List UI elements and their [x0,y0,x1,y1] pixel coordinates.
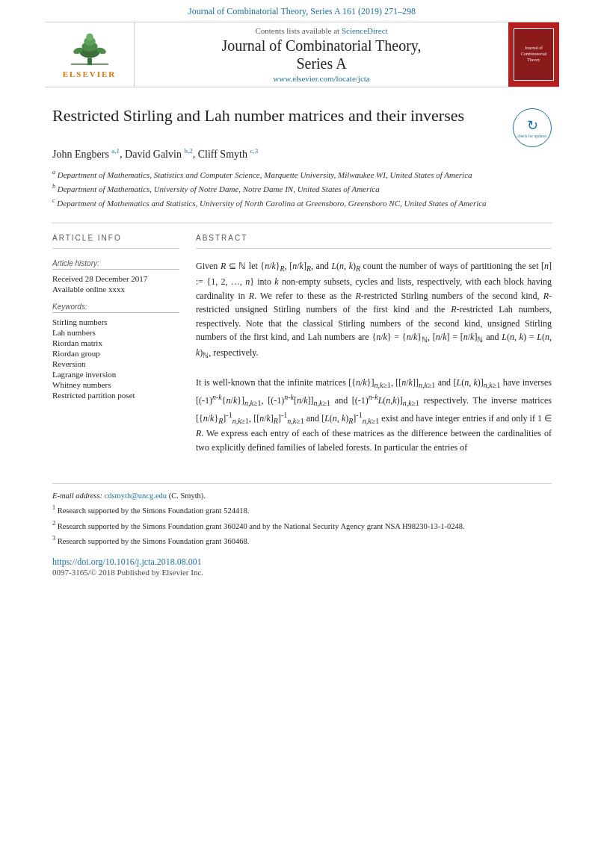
svg-point-4 [86,34,93,41]
article-info-divider [52,248,179,249]
keyword-7: Whitney numbers [52,380,179,389]
footnote-3: 3 Research supported by the Simons Found… [52,534,552,547]
abstract-heading: ABSTRACT [196,234,552,242]
elsevier-logo-area: ELSEVIER [45,22,135,87]
footnote-2-sup: 2 [52,520,55,527]
elsevier-logo: ELSEVIER [63,31,117,78]
check-updates-icon: ↻ [527,117,538,134]
keyword-8: Restricted partition poset [52,391,179,400]
keyword-2: Lah numbers [52,328,179,337]
history-label: Article history: [52,259,179,270]
sciencedirect-link[interactable]: ScienceDirect [342,26,388,35]
footnote-email: E-mail address: cdsmyth@uncg.edu (C. Smy… [52,490,552,502]
footnotes-section: E-mail address: cdsmyth@uncg.edu (C. Smy… [52,483,552,548]
title-row: Restricted Stirling and Lah number matri… [52,105,552,147]
affil-a-sup: a [52,169,55,176]
affil-c-sup: c [52,197,55,204]
keyword-4: Riordan group [52,349,179,358]
journal-title: Journal of Combinatorial Theory, Series … [221,37,421,72]
footnote-1-sup: 1 [52,504,55,511]
footnote-2-text: Research supported by the Simons Foundat… [58,521,465,530]
abstract-divider [196,248,552,249]
footnote-3-text: Research supported by the Simons Foundat… [58,536,250,545]
affiliation-b: b Department of Mathematics, University … [52,182,552,195]
affiliations-block: a Department of Mathematics, Statistics … [52,168,552,209]
received-date: Received 28 December 2017 [52,274,179,283]
journal-cover-thumbnail-area: Journal ofCombinatorialTheory [508,22,559,87]
footnote-2: 2 Research supported by the Simons Found… [52,519,552,532]
keyword-6: Lagrange inversion [52,370,179,379]
abstract-paragraph-1: Given R ⊆ ℕ let {n/k}R, [n/k]R, and L(n,… [196,259,552,362]
content-divider [52,223,552,223]
footnote-1-text: Research supported by the Simons Foundat… [58,506,250,515]
affil-a-text: Department of Mathematics, Statistics an… [58,170,472,179]
doi-link[interactable]: https://doi.org/10.1016/j.jcta.2018.08.0… [52,557,202,567]
author2-sup: b,2 [184,147,192,155]
footnote-1: 1 Research supported by the Simons Found… [52,503,552,516]
available-online: Available online xxxx [52,285,179,294]
copyright-text: 0097-3165/© 2018 Published by Elsevier I… [52,568,552,577]
journal-website: www.elsevier.com/locate/jcta [273,74,369,83]
journal-thumb-text: Journal ofCombinatorialTheory [521,46,547,63]
affil-b-sup: b [52,183,55,190]
email-link: cdsmyth@uncg.edu [105,492,167,500]
journal-citation-text: Journal of Combinatorial Theory, Series … [188,6,416,16]
footnote-3-sup: 3 [52,535,55,542]
article-info-column: ARTICLE INFO Article history: Received 2… [52,234,179,455]
keyword-5: Reversion [52,359,179,368]
check-updates-text: check for updates [518,134,547,139]
keywords-label: Keywords: [52,303,179,313]
sciencedirect-label: Contents lists available at ScienceDirec… [255,26,387,35]
author3-sup: c,3 [250,147,258,155]
check-for-updates-badge: ↻ check for updates [513,108,552,147]
doi-section: https://doi.org/10.1016/j.jcta.2018.08.0… [52,556,552,577]
affil-b-text: Department of Mathematics, University of… [58,184,380,193]
authors-line: John Engbers a,1, David Galvin b,2, Clif… [52,147,552,161]
keyword-3: Riordan matrix [52,338,179,347]
elsevier-wordmark-text: ELSEVIER [63,69,117,78]
author1-sup: a,1 [111,147,120,155]
journal-header: ELSEVIER Contents lists available at Sci… [45,22,559,87]
top-journal-citation: Journal of Combinatorial Theory, Series … [0,0,604,22]
article-info-heading: ARTICLE INFO [52,234,179,242]
abstract-paragraph-2: It is well-known that the infinite matri… [196,376,552,455]
affiliation-c: c Department of Mathematics and Statisti… [52,196,552,209]
abstract-text-block: Given R ⊆ ℕ let {n/k}R, [n/k]R, and L(n,… [196,259,552,455]
article-title: Restricted Stirling and Lah number matri… [52,105,502,127]
affil-c-text: Department of Mathematics and Statistics… [57,199,486,208]
elsevier-tree-icon [63,31,117,68]
keyword-1: Stirling numbers [52,317,179,326]
article-main-content: Restricted Stirling and Lah number matri… [0,87,604,470]
article-info-abstract-columns: ARTICLE INFO Article history: Received 2… [52,234,552,455]
journal-title-area: Contents lists available at ScienceDirec… [135,22,508,87]
affiliation-a: a Department of Mathematics, Statistics … [52,168,552,181]
abstract-column: ABSTRACT Given R ⊆ ℕ let {n/k}R, [n/k]R,… [196,234,552,455]
journal-cover-thumb: Journal ofCombinatorialTheory [514,28,554,81]
svg-rect-7 [71,63,108,64]
